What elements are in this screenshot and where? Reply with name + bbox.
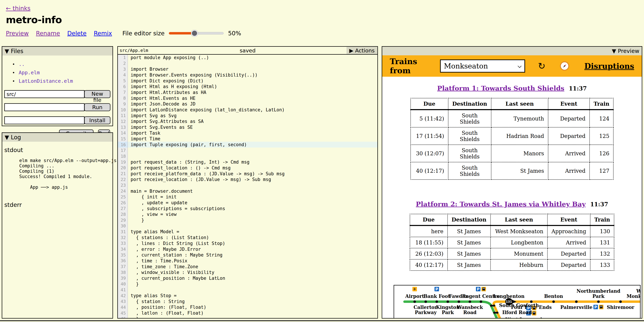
- line-number: 40: [118, 281, 128, 287]
- code-line: 3import Browser: [118, 66, 378, 72]
- table-row: 40 (12:17)South ShieldsSt JamesArrived12…: [410, 162, 614, 180]
- code-text: , error : Maybe JD.Error: [128, 246, 378, 252]
- code-line: 12import Svg.Attributes as SA: [118, 119, 378, 124]
- disruptions-link[interactable]: Disruptions: [584, 62, 634, 70]
- table-cell: South Shields: [448, 162, 491, 180]
- file-list-item: LatLonDistance.elm: [12, 77, 112, 85]
- slider-fill: [169, 32, 195, 34]
- code-line: 14import Task: [118, 130, 378, 136]
- files-panel-header[interactable]: ▼ Files: [2, 47, 112, 55]
- code-text: { stations : (List Station): [128, 235, 378, 241]
- line-number: 9: [118, 101, 128, 107]
- preview-panel-header[interactable]: ▼ Preview: [382, 47, 642, 55]
- line-number: 33: [118, 241, 128, 246]
- code-line: 33 , lines : Dict String (List Stop): [118, 241, 378, 246]
- svg-text:Callerton: Callerton: [414, 305, 438, 310]
- line-number: 14: [118, 130, 128, 136]
- code-line: 7import Html.Attributes as HA: [118, 89, 378, 95]
- platform-time: 11:37: [590, 201, 608, 208]
- code-text: [128, 153, 378, 159]
- code-line: 22port receive_location : (JD.Value -> m…: [118, 177, 378, 182]
- code-line: 2: [118, 60, 378, 66]
- svg-text:Monkseaton: Monkseaton: [626, 294, 640, 299]
- nav-link-delete[interactable]: Delete: [67, 30, 87, 37]
- line-number: 10: [118, 107, 128, 113]
- code-text: { station : String: [128, 299, 378, 305]
- svg-text:Ilford Road: Ilford Road: [502, 310, 532, 315]
- platform-link[interactable]: Platform 1: Towards South Shields: [437, 84, 564, 92]
- table-header-cell: Destination: [448, 98, 491, 110]
- line-number: 37: [118, 264, 128, 270]
- code-line: 41: [118, 287, 378, 293]
- install-button[interactable]: Install: [84, 116, 110, 124]
- line-number: 18: [118, 153, 128, 159]
- nav-link-rename[interactable]: Rename: [36, 30, 60, 37]
- compass-icon[interactable]: [560, 61, 569, 71]
- run-button[interactable]: Run: [84, 103, 110, 111]
- line-number: 30: [118, 223, 128, 229]
- code-line: 34 , error : Maybe JD.Error: [118, 246, 378, 252]
- editor-actions-button[interactable]: ▶ Actions: [346, 47, 378, 54]
- code-line: 11import Svg as Svg: [118, 113, 378, 119]
- code-line: 16import Tuple exposing (pair, first, se…: [118, 142, 378, 148]
- file-link[interactable]: ..: [19, 61, 25, 67]
- page-header: ← thinks metro-info PreviewRenameDeleteR…: [6, 5, 241, 37]
- table-cell: Departed: [547, 260, 590, 271]
- line-number: 35: [118, 252, 128, 258]
- code-text: import Json.Decode as JD: [128, 101, 378, 107]
- new-file-input[interactable]: [4, 90, 84, 98]
- code-text: [128, 148, 378, 153]
- slider-thumb[interactable]: [191, 30, 198, 37]
- file-link[interactable]: App.elm: [19, 70, 40, 75]
- line-number: 19: [118, 159, 128, 165]
- code-text: import Dict exposing (Dict): [128, 78, 378, 84]
- platform-heading: Platform 1: Towards South Shields11:37: [382, 84, 642, 92]
- nav-link-remix[interactable]: Remix: [94, 30, 112, 37]
- code-text: import Html as H exposing (Html): [128, 84, 378, 89]
- code-editor[interactable]: 1port module App exposing (..)23import B…: [118, 55, 378, 319]
- code-text: , lines : Dict String (List Stop): [128, 241, 378, 246]
- nav-link-preview[interactable]: Preview: [6, 30, 29, 37]
- code-text: , position: (Float, Float): [128, 305, 378, 310]
- run-input[interactable]: [4, 103, 84, 111]
- nav-links: PreviewRenameDeleteRemix: [6, 30, 119, 37]
- svg-text:P: P: [594, 305, 597, 309]
- table-cell: 133: [590, 260, 614, 271]
- line-number: 45: [118, 310, 128, 316]
- table-header-cell: Train: [590, 214, 614, 226]
- editor-size-slider[interactable]: [169, 32, 224, 34]
- editor-size-label: File editor size: [122, 30, 164, 37]
- line-number: 21: [118, 171, 128, 177]
- table-cell: 40 (12:17): [410, 260, 448, 271]
- table-cell: Longbenton: [490, 237, 547, 248]
- svg-text:Shiremoor: Shiremoor: [607, 305, 634, 310]
- back-link[interactable]: ← thinks: [6, 5, 30, 12]
- table-cell: South Shields: [448, 127, 491, 145]
- stdout-output: elm make src/App.elm --output=app.js 2 C…: [8, 158, 112, 190]
- platform-time: 11:37: [569, 85, 587, 92]
- station-select[interactable]: Monkseaton: [440, 59, 525, 73]
- svg-text:Palmersville: Palmersville: [560, 305, 592, 310]
- svg-text:West Jesmond: West Jesmond: [505, 317, 542, 319]
- install-input[interactable]: [4, 116, 84, 124]
- code-text: , time_zone : Time.Zone: [128, 264, 378, 270]
- page-bottom-scrollbar[interactable]: [0, 320, 644, 321]
- table-cell: St James: [448, 237, 490, 248]
- svg-text:Park: Park: [592, 294, 605, 299]
- code-line: 44 , position: (Float, Float): [118, 305, 378, 310]
- table-cell: 127: [590, 162, 614, 180]
- refresh-icon[interactable]: ↻: [538, 61, 546, 70]
- line-number: 15: [118, 136, 128, 142]
- code-text: import Svg.Attributes as SA: [128, 119, 378, 124]
- editor-save-status: saved: [118, 47, 378, 54]
- log-panel-header[interactable]: ▼ Log: [2, 133, 112, 142]
- code-line: 43 { station : String: [118, 299, 378, 305]
- file-link[interactable]: LatLonDistance.elm: [19, 78, 73, 84]
- table-cell: Departed: [548, 127, 590, 145]
- table-cell: Manors: [491, 145, 548, 162]
- line-number: 39: [118, 275, 128, 281]
- new-file-button[interactable]: New file: [84, 90, 110, 98]
- file-list: ..App.elmLatLonDistance.elm: [12, 60, 112, 85]
- platform-link[interactable]: Platform 2: Towards St. James via Whitle…: [416, 200, 586, 208]
- table-row: 18 (11:55)St JamesLongbentonArrived131: [410, 237, 614, 248]
